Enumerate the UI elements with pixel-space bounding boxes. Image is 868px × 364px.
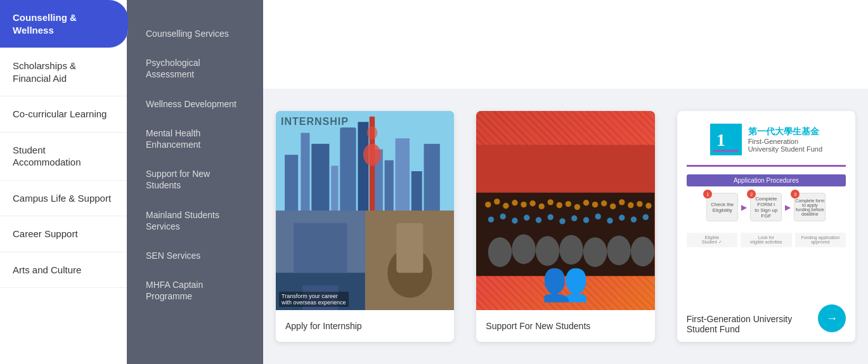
fund-bottom-labels: EligibleStudent ✓ Look foreligible activ… [687, 233, 846, 247]
svg-point-63 [607, 235, 632, 265]
submenu-item-psychological-assessment[interactable]: Psychological Assessment [127, 48, 263, 89]
svg-point-36 [583, 200, 589, 205]
top-area [263, 0, 868, 89]
svg-point-14 [366, 126, 377, 140]
svg-point-39 [610, 204, 616, 209]
svg-point-33 [557, 202, 562, 208]
svg-rect-6 [358, 122, 368, 220]
sidebar-item-campus[interactable]: Campus Life & Support [0, 181, 127, 217]
svg-point-13 [363, 144, 381, 166]
svg-point-51 [571, 216, 577, 221]
svg-point-49 [548, 214, 554, 220]
svg-text:1: 1 [716, 130, 725, 150]
svg-point-59 [512, 235, 536, 264]
internship-illustration: INTERNSHIP [276, 111, 454, 310]
sidebar-item-cocurricular[interactable]: Co-curricular Learning [0, 96, 127, 133]
svg-point-54 [607, 218, 613, 223]
card-support-image [476, 111, 654, 310]
submenu-item-new-students[interactable]: Support for New Students [127, 159, 263, 200]
card-internship-label: Apply for Internship [276, 310, 454, 342]
sidebar-item-counselling[interactable]: Counselling & Wellness [0, 0, 128, 48]
fund-step-arrow-2: ▶ [785, 193, 791, 221]
card-support-new-students[interactable]: Support For New Students [476, 111, 654, 342]
sidebar-item-arts[interactable]: Arts and Culture [0, 252, 127, 289]
fund-logo-text: 第一代大學生基金 First-Generation University Stu… [748, 126, 822, 153]
fund-step-num-1: 1 [703, 190, 712, 198]
fund-steps: 1 Check theEligibility ▶ 2 CompleteFORM … [687, 193, 846, 221]
svg-point-45 [500, 214, 506, 219]
svg-point-53 [595, 214, 601, 219]
svg-rect-17 [294, 223, 347, 273]
card-internship[interactable]: INTERNSHIP [276, 111, 454, 342]
fund-illustration: 1 第一代大學生基金 First-Generation University S… [677, 111, 855, 306]
fund-logo-icon: 1 [710, 124, 742, 155]
transform-career-text: Transform your careerwith overseas exper… [279, 292, 349, 307]
main-content: INTERNSHIP [263, 0, 868, 364]
svg-point-52 [583, 217, 589, 223]
fund-step-2: 2 CompleteFORM Ito Sign up FGF [750, 193, 782, 221]
svg-point-60 [536, 236, 560, 266]
sidebar-item-accommodation[interactable]: Student Accommodation [0, 133, 127, 181]
svg-point-47 [524, 215, 529, 221]
svg-point-55 [619, 215, 625, 221]
crowd-svg [476, 111, 654, 310]
submenu-item-mhfa-captain[interactable]: MHFA Captain Programme [127, 270, 263, 311]
submenu-item-counselling-services[interactable]: Counselling Services [127, 19, 263, 48]
svg-point-29 [521, 202, 527, 207]
fund-procedures-header: Application Procedures [687, 174, 846, 186]
svg-rect-3 [311, 144, 329, 221]
svg-point-30 [530, 200, 536, 206]
svg-point-32 [548, 199, 554, 205]
svg-rect-2 [301, 133, 309, 221]
fund-logo: 1 第一代大學生基金 First-Generation University S… [710, 124, 822, 155]
svg-rect-9 [395, 138, 410, 221]
svg-point-26 [494, 198, 500, 204]
svg-point-48 [536, 217, 541, 223]
svg-point-50 [560, 218, 566, 224]
svg-point-34 [566, 201, 571, 207]
sub-img-right: Transform your careerwith overseas exper… [365, 211, 455, 310]
svg-point-37 [592, 202, 598, 207]
svg-point-42 [637, 201, 643, 207]
submenu-item-mainland-students[interactable]: Mainland Students Services [127, 200, 263, 241]
svg-point-64 [631, 237, 655, 266]
submenu-item-wellness-development[interactable]: Wellness Development [127, 89, 263, 119]
card-first-gen-fund[interactable]: 1 第一代大學生基金 First-Generation University S… [677, 111, 855, 342]
svg-point-27 [503, 203, 509, 209]
fund-step-num-3: 3 [791, 190, 800, 198]
internship-label-overlay: INTERNSHIP [281, 116, 349, 127]
svg-point-46 [512, 218, 518, 223]
cards-wrapper: INTERNSHIP [263, 89, 868, 364]
svg-point-58 [488, 237, 512, 267]
fund-step-arrow-1: ▶ [741, 193, 747, 221]
fund-accent-line [687, 165, 846, 167]
submenu-item-sen-services[interactable]: SEN Services [127, 241, 263, 270]
svg-point-61 [560, 235, 584, 264]
sidebar-item-career[interactable]: Career Support [0, 216, 127, 252]
svg-point-28 [512, 200, 518, 205]
fund-eligible-label: EligibleStudent ✓ [687, 233, 737, 247]
svg-rect-21 [396, 223, 423, 273]
svg-point-35 [574, 204, 580, 210]
svg-point-56 [631, 216, 637, 222]
svg-rect-23 [476, 145, 654, 193]
card-internship-image: INTERNSHIP [276, 111, 454, 310]
fund-application-label: Funding applicationapproved [795, 233, 846, 247]
nav-next-button[interactable]: → [818, 304, 846, 332]
svg-point-44 [488, 216, 494, 222]
svg-point-43 [646, 203, 652, 209]
svg-point-57 [643, 214, 649, 220]
sidebar-item-scholarships[interactable]: Scholarships & Financial Aid [0, 48, 127, 96]
card-fund-image: 1 第一代大學生基金 First-Generation University S… [677, 111, 855, 306]
svg-point-31 [539, 204, 545, 209]
svg-point-40 [619, 199, 625, 205]
svg-point-41 [628, 202, 633, 208]
svg-point-25 [485, 202, 491, 207]
city-bottom: Transform your careerwith overseas exper… [276, 211, 454, 310]
fund-step-1: 1 Check theEligibility [706, 193, 738, 221]
card-support-label: Support For New Students [476, 310, 654, 342]
svg-rect-5 [340, 127, 356, 221]
submenu-item-mental-health[interactable]: Mental Health Enhancement [127, 119, 263, 159]
fund-look-eligible-label: Look foreligible activities [741, 233, 791, 247]
support-illustration [476, 111, 654, 310]
